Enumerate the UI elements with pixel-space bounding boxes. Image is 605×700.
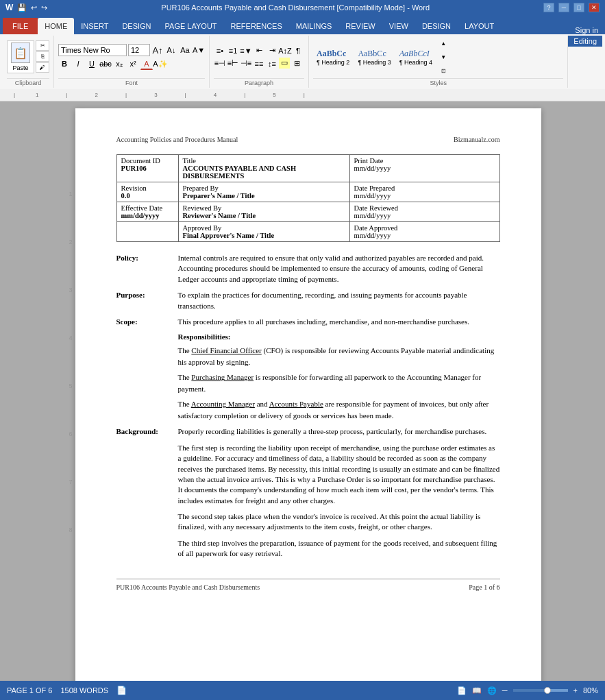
style-heading2[interactable]: AaBbCc ¶ Heading 2 <box>313 47 353 68</box>
status-right: 📄 📖 🌐 ─ + 80% <box>457 686 598 695</box>
footer-right: Page 1 of 6 <box>469 583 499 591</box>
ribbon-group-paragraph: ≡• ≡1 ≡▼ ⇤ ⇥ A↕Z ¶ ≡⊣ ≡⊢ ⊣≡ ≡≡ ↕≡ ▭ ⊞ <box>210 36 309 88</box>
accounts-payable-link: Accounts Payable <box>269 400 323 408</box>
para-controls: ≡• ≡1 ≡▼ ⇤ ⇥ A↕Z ¶ ≡⊣ ≡⊢ ⊣≡ ≡≡ ↕≡ ▭ ⊞ <box>214 45 304 70</box>
table-cell: Effective Date mm/dd/yyyy <box>116 202 178 222</box>
styles-scroll-down[interactable]: ▼ <box>437 51 449 63</box>
tab-view[interactable]: VIEW <box>382 18 415 34</box>
read-mode-icon[interactable]: 📖 <box>472 686 482 695</box>
tab-layout[interactable]: LAYOUT <box>458 18 501 34</box>
paragraph-label: Paragraph <box>214 78 304 86</box>
change-case-btn[interactable]: Aa <box>179 44 191 56</box>
zoom-in-btn[interactable]: + <box>573 686 578 695</box>
table-cell: Approved By Final Approver's Name / Titl… <box>178 222 349 242</box>
ribbon-content: 📋 Paste ✂ ⎘ 🖌 Clipboard A↑ A↓ Aa <box>0 34 605 89</box>
multilevel-list-btn[interactable]: ≡▼ <box>240 45 252 57</box>
font-controls: A↑ A↓ Aa A▼ B I U abc x₂ x² A A✨ <box>58 44 205 70</box>
doc-area: 1 2 3 4 5 6 7 8 Accounting Policies and … <box>0 101 605 684</box>
decrease-indent-btn[interactable]: ⇤ <box>253 45 265 57</box>
bold-btn[interactable]: B <box>58 58 71 70</box>
tab-home[interactable]: HOME <box>38 18 74 34</box>
zoom-out-btn[interactable]: ─ <box>502 686 508 695</box>
align-right-btn[interactable]: ⊣≡ <box>240 58 252 70</box>
web-layout-icon[interactable]: 🌐 <box>487 686 497 695</box>
numbering-btn[interactable]: ≡1 <box>227 45 239 57</box>
table-row: Document ID PUR106 Title ACCOUNTS PAYABL… <box>116 155 499 182</box>
increase-font-btn[interactable]: A↑ <box>151 44 164 56</box>
title-bar: W 💾 ↩ ↪ PUR106 Accounts Payable and Cash… <box>0 0 605 15</box>
styles-scroll-up[interactable]: ▲ <box>437 37 449 49</box>
layout-view-icon[interactable]: 📄 <box>457 686 467 695</box>
align-left-btn[interactable]: ≡⊣ <box>214 58 226 70</box>
tab-review[interactable]: REVIEW <box>338 18 382 34</box>
table-cell: Date Approved mm/dd/yyyy <box>349 222 499 242</box>
copy-button[interactable]: ⎘ <box>36 51 49 62</box>
underline-btn[interactable]: U <box>86 58 98 70</box>
tab-design2[interactable]: DESIGN <box>415 18 458 34</box>
cut-button[interactable]: ✂ <box>36 40 49 51</box>
bullets-btn[interactable]: ≡• <box>214 45 226 57</box>
track-changes-icon: 📄 <box>116 686 127 695</box>
zoom-slider[interactable] <box>513 689 568 692</box>
format-painter-button[interactable]: 🖌 <box>36 62 49 73</box>
justify-btn[interactable]: ≡≡ <box>253 58 265 70</box>
italic-btn[interactable]: I <box>72 58 84 70</box>
quick-access-redo[interactable]: ↪ <box>41 3 47 12</box>
responsibilities-label: Responsibilities: <box>178 333 500 341</box>
sort-btn[interactable]: A↕Z <box>279 45 291 57</box>
tab-mailings[interactable]: MAILINGS <box>289 18 339 34</box>
word-count: 1508 WORDS <box>60 686 108 695</box>
quick-access-save[interactable]: 💾 <box>17 3 27 12</box>
text-highlight-btn[interactable]: A▼ <box>193 44 205 56</box>
resp-para-1: The Chief Financial Officer (CFO) is res… <box>178 345 500 367</box>
header-right: Bizmanualz.com <box>454 136 499 143</box>
borders-btn[interactable]: ⊞ <box>291 58 303 70</box>
decrease-font-btn[interactable]: A↓ <box>165 44 177 56</box>
tab-design[interactable]: DESIGN <box>115 18 158 34</box>
tab-page-layout[interactable]: PAGE LAYOUT <box>158 18 224 34</box>
align-center-btn[interactable]: ≡⊢ <box>227 58 239 70</box>
font-color-btn[interactable]: A <box>140 58 153 70</box>
status-bar: PAGE 1 OF 6 1508 WORDS 📄 📄 📖 🌐 ─ + 80% <box>0 681 605 700</box>
tab-references[interactable]: REFERENCES <box>224 18 289 34</box>
strikethrough-btn[interactable]: abc <box>99 58 112 70</box>
font-name-input[interactable] <box>58 44 127 56</box>
shading-btn[interactable]: ▭ <box>279 58 290 69</box>
editing-badge: Editing <box>568 36 602 47</box>
table-cell: Document ID PUR106 <box>116 155 178 182</box>
font-size-input[interactable] <box>128 44 150 56</box>
styles-expand[interactable]: ⊡ <box>437 64 449 77</box>
help-btn[interactable]: ? <box>543 3 554 12</box>
minimize-btn[interactable]: ─ <box>558 3 569 12</box>
table-cell: Date Prepared mm/dd/yyyy <box>349 182 499 202</box>
show-marks-btn[interactable]: ¶ <box>292 45 304 57</box>
scope-content: This procedure applies to all purchases … <box>178 317 500 327</box>
close-btn[interactable]: ✕ <box>589 3 600 12</box>
font-label: Font <box>58 78 205 86</box>
sign-in-btn[interactable]: Sign in <box>571 26 602 34</box>
subscript-btn[interactable]: x₂ <box>113 58 125 70</box>
policy-label: Policy: <box>116 253 178 285</box>
styles-label: Styles <box>313 78 563 86</box>
tab-insert[interactable]: INSERT <box>74 18 115 34</box>
text-effects-btn[interactable]: A✨ <box>154 58 166 70</box>
resp-para-2: The Purchasing Manager is responsible fo… <box>178 372 500 394</box>
quick-access-undo[interactable]: ↩ <box>31 3 37 12</box>
status-left: PAGE 1 OF 6 1508 WORDS 📄 <box>7 686 127 695</box>
style-heading4[interactable]: AaBbCcI ¶ Heading 4 <box>396 47 436 68</box>
background-label: Background: <box>116 426 178 437</box>
purpose-label: Purpose: <box>116 290 178 311</box>
ribbon-group-clipboard: 📋 Paste ✂ ⎘ 🖌 Clipboard <box>3 36 54 88</box>
line-spacing-btn[interactable]: ↕≡ <box>266 58 278 70</box>
superscript-btn[interactable]: x² <box>127 58 139 70</box>
zoom-percentage: 80% <box>583 686 598 695</box>
paste-button[interactable]: 📋 Paste <box>7 40 34 73</box>
footer-left: PUR106 Accounts Payable and Cash Disburs… <box>116 583 260 591</box>
tab-file[interactable]: FILE <box>3 18 38 34</box>
background-content: Properly recording liabilities is genera… <box>178 426 500 564</box>
style-heading3[interactable]: AaBbCc ¶ Heading 3 <box>354 47 394 68</box>
increase-indent-btn[interactable]: ⇥ <box>266 45 278 57</box>
table-cell: Print Date mm/dd/yyyy <box>349 155 499 182</box>
ribbon-group-styles: AaBbCc ¶ Heading 2 AaBbCc ¶ Heading 3 Aa… <box>309 36 568 88</box>
maximize-btn[interactable]: □ <box>573 3 584 12</box>
